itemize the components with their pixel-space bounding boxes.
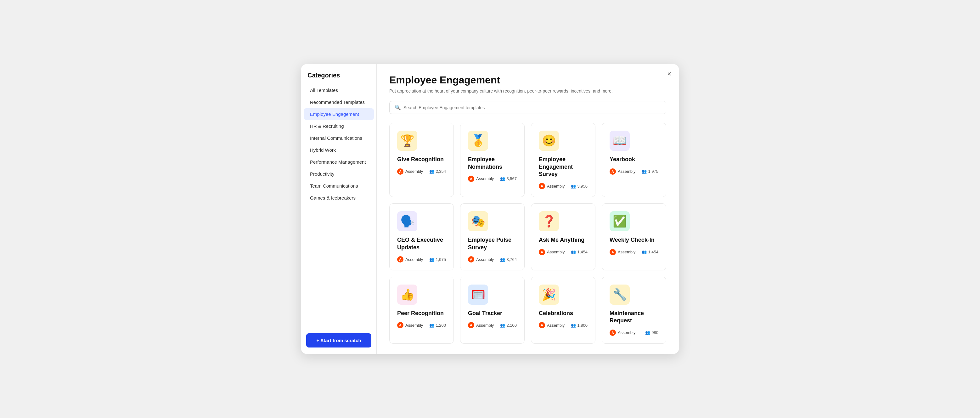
- search-icon: 🔍: [395, 105, 401, 110]
- users-icon: 👥: [429, 257, 434, 262]
- author-label: Assembly: [476, 323, 494, 327]
- count-value: 980: [651, 330, 659, 335]
- template-card-weekly-check-in[interactable]: ✅ Weekly Check-In A Assembly 👥 1,454: [602, 203, 666, 270]
- template-meta: A Assembly 👥 1,454: [609, 249, 659, 255]
- template-author: A Assembly: [397, 168, 423, 175]
- template-icon: 📖: [609, 130, 630, 151]
- sidebar-item-hybrid-work[interactable]: Hybrid Work: [304, 144, 374, 156]
- template-author: A Assembly: [539, 249, 565, 255]
- template-author: A Assembly: [609, 329, 635, 336]
- users-icon: 👥: [500, 176, 505, 181]
- users-icon: 👥: [642, 250, 647, 254]
- sidebar-item-all-templates[interactable]: All Templates: [304, 84, 374, 96]
- sidebar: Categories All TemplatesRecommended Temp…: [301, 64, 377, 354]
- template-count: 👥 2,100: [500, 323, 517, 327]
- assembly-icon: A: [609, 249, 616, 255]
- template-name: Peer Recognition: [397, 310, 446, 317]
- template-count: 👥 1,800: [571, 323, 587, 327]
- author-label: Assembly: [547, 323, 565, 327]
- template-count: 👥 2,354: [429, 169, 446, 174]
- template-card-ask-me-anything[interactable]: ❓ Ask Me Anything A Assembly 👥 1,454: [531, 203, 595, 270]
- template-icon: ❓: [539, 211, 559, 231]
- template-author: A Assembly: [397, 322, 423, 328]
- sidebar-item-team-communications[interactable]: Team Communications: [304, 180, 374, 192]
- template-count: 👥 3,764: [500, 257, 517, 262]
- template-name: Employee Nominations: [468, 156, 517, 171]
- assembly-icon: A: [539, 322, 545, 328]
- template-name: Maintenance Request: [609, 310, 659, 324]
- sidebar-item-productivity[interactable]: Productivity: [304, 168, 374, 180]
- sidebar-item-employee-engagement[interactable]: Employee Engagement: [304, 108, 374, 120]
- author-label: Assembly: [405, 169, 423, 174]
- sidebar-item-performance-management[interactable]: Performance Management: [304, 156, 374, 168]
- sidebar-item-internal-communications[interactable]: Internal Communications: [304, 132, 374, 144]
- template-meta: A Assembly 👥 980: [609, 329, 659, 336]
- author-label: Assembly: [476, 176, 494, 181]
- sidebar-item-recommended-templates[interactable]: Recommended Templates: [304, 96, 374, 108]
- template-author: A Assembly: [609, 249, 635, 255]
- template-icon: 🏆: [397, 130, 417, 151]
- template-meta: A Assembly 👥 1,200: [397, 322, 446, 328]
- author-label: Assembly: [547, 184, 565, 189]
- template-card-employee-engagement-survey[interactable]: 😊 Employee Engagement Survey A Assembly …: [531, 123, 595, 197]
- template-card-give-recognition[interactable]: 🏆 Give Recognition A Assembly 👥 2,354: [389, 123, 454, 197]
- assembly-icon: A: [397, 256, 404, 262]
- search-input[interactable]: [404, 105, 661, 110]
- sidebar-item-games-icebreakers[interactable]: Games & Icebreakers: [304, 192, 374, 203]
- template-name: Employee Engagement Survey: [539, 156, 587, 178]
- template-card-yearbook[interactable]: 📖 Yearbook A Assembly 👥 1,975: [602, 123, 666, 197]
- sidebar-item-hr-recruiting[interactable]: HR & Recruiting: [304, 120, 374, 132]
- users-icon: 👥: [429, 323, 434, 327]
- template-author: A Assembly: [468, 322, 494, 328]
- template-card-thumbs-up[interactable]: 👍 Peer Recognition A Assembly 👥 1,200: [389, 277, 454, 344]
- template-count: 👥 1,454: [642, 250, 659, 254]
- assembly-icon: A: [539, 249, 545, 255]
- template-card-goal-tracker[interactable]: 🥅 Goal Tracker A Assembly 👥 2,100: [460, 277, 525, 344]
- template-icon: ✅: [609, 211, 630, 231]
- template-count: 👥 1,975: [642, 169, 659, 174]
- template-icon: 🗣️: [397, 211, 417, 231]
- template-author: A Assembly: [609, 168, 635, 175]
- author-label: Assembly: [405, 323, 423, 327]
- author-label: Assembly: [405, 257, 423, 262]
- users-icon: 👥: [571, 250, 576, 254]
- count-value: 1,975: [648, 169, 659, 174]
- template-meta: A Assembly 👥 2,354: [397, 168, 446, 175]
- assembly-icon: A: [609, 329, 616, 336]
- count-value: 2,100: [506, 323, 517, 327]
- template-name: Celebrations: [539, 310, 587, 317]
- assembly-icon: A: [397, 322, 404, 328]
- template-count: 👥 1,975: [429, 257, 446, 262]
- template-card-celebration[interactable]: 🎉 Celebrations A Assembly 👥 1,800: [531, 277, 595, 344]
- template-count: 👥 3,956: [571, 184, 587, 189]
- users-icon: 👥: [429, 169, 434, 174]
- main-content: × Employee Engagement Put appreciation a…: [377, 64, 679, 354]
- template-icon: 🎉: [539, 284, 559, 305]
- template-icon: 🥇: [468, 130, 488, 151]
- template-card-employee-nominations[interactable]: 🥇 Employee Nominations A Assembly 👥 3,56…: [460, 123, 525, 197]
- page-subtitle: Put appreciation at the heart of your co…: [389, 89, 666, 94]
- count-value: 1,454: [577, 250, 587, 254]
- sidebar-footer: + Start from scratch: [306, 333, 371, 348]
- count-value: 3,567: [506, 176, 517, 181]
- start-from-scratch-button[interactable]: + Start from scratch: [306, 333, 371, 348]
- template-icon: 🎭: [468, 211, 488, 231]
- close-button[interactable]: ×: [665, 69, 674, 79]
- assembly-icon: A: [468, 256, 474, 262]
- template-icon: 👍: [397, 284, 417, 305]
- template-count: 👥 1,454: [571, 250, 587, 254]
- template-card-employee-pulse-survey[interactable]: 🎭 Employee Pulse Survey A Assembly 👥 3,7…: [460, 203, 525, 270]
- template-card-ceo-executive-updates[interactable]: 🗣️ CEO & Executive Updates A Assembly 👥 …: [389, 203, 454, 270]
- template-meta: A Assembly 👥 3,764: [468, 256, 517, 262]
- author-label: Assembly: [618, 330, 635, 335]
- template-icon: 🔧: [609, 284, 630, 305]
- template-name: Give Recognition: [397, 156, 446, 163]
- count-value: 3,956: [577, 184, 587, 189]
- template-name: Ask Me Anything: [539, 236, 587, 244]
- template-icon: 🥅: [468, 284, 488, 305]
- author-label: Assembly: [618, 250, 635, 254]
- template-card-maintenance[interactable]: 🔧 Maintenance Request A Assembly 👥 980: [602, 277, 666, 344]
- users-icon: 👥: [571, 184, 576, 189]
- users-icon: 👥: [500, 323, 505, 327]
- users-icon: 👥: [642, 169, 647, 174]
